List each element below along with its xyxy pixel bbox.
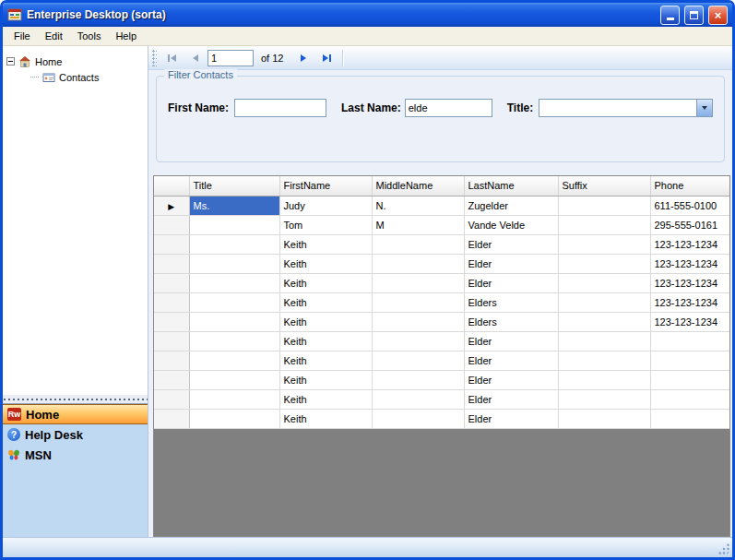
grid-cell[interactable]: Keith — [279, 409, 372, 428]
outlook-item-msn[interactable]: MSN — [3, 445, 148, 465]
grid-cell[interactable] — [189, 273, 279, 292]
column-header-middlename[interactable]: MiddleName — [372, 176, 464, 196]
row-selector[interactable] — [154, 331, 189, 351]
close-button[interactable]: × — [708, 6, 728, 25]
grid-cell[interactable]: Keith — [279, 351, 372, 370]
row-selector[interactable] — [154, 254, 189, 273]
grid-cell[interactable] — [558, 331, 650, 351]
grid-cell[interactable] — [372, 234, 464, 254]
row-selector[interactable] — [154, 351, 189, 370]
grid-cell[interactable] — [189, 292, 279, 312]
grid-cell[interactable] — [189, 254, 279, 273]
menu-file[interactable]: File — [6, 29, 38, 43]
grid-cell[interactable] — [189, 215, 279, 234]
grid-cell[interactable]: 295-555-0161 — [650, 215, 729, 234]
grid-cell[interactable] — [372, 370, 464, 389]
grid-cell[interactable] — [558, 292, 650, 312]
grid-cell[interactable]: Elder — [464, 370, 558, 389]
grid-cell[interactable] — [189, 370, 279, 389]
grid-cell[interactable] — [558, 215, 650, 234]
grid-cell[interactable] — [650, 351, 729, 370]
title-combobox[interactable] — [539, 99, 713, 117]
grid-cell[interactable] — [558, 234, 650, 254]
grid-cell[interactable] — [558, 351, 650, 370]
row-selector[interactable] — [154, 215, 189, 234]
row-selector[interactable] — [154, 409, 189, 428]
menu-help[interactable]: Help — [108, 29, 144, 43]
grid-cell[interactable]: M — [372, 215, 464, 234]
grid-cell[interactable] — [558, 370, 650, 389]
row-selector[interactable] — [154, 312, 189, 331]
outlook-item-home[interactable]: Rw Home — [3, 404, 148, 424]
grid-cell[interactable] — [372, 273, 464, 292]
grid-cell[interactable]: Keith — [279, 234, 372, 254]
first-name-input[interactable] — [234, 99, 326, 117]
row-selector[interactable] — [154, 292, 189, 312]
grid-cell[interactable]: 611-555-0100 — [650, 196, 729, 215]
record-position-input[interactable] — [207, 50, 254, 66]
toolbar-grip[interactable] — [152, 50, 157, 66]
grid-cell[interactable]: Keith — [279, 331, 372, 351]
row-selector[interactable] — [154, 234, 189, 254]
grid-cell[interactable] — [372, 409, 464, 428]
minimize-button[interactable] — [660, 6, 680, 25]
grid-cell[interactable] — [372, 351, 464, 370]
grid-cell[interactable] — [372, 389, 464, 409]
move-previous-button[interactable] — [184, 49, 206, 67]
grid-cell[interactable]: Elder — [464, 409, 558, 428]
grid-cell[interactable]: 123-123-1234 — [650, 234, 729, 254]
outlook-bar-splitter[interactable] — [3, 395, 148, 403]
grid-cell[interactable] — [558, 409, 650, 428]
grid-cell[interactable] — [372, 312, 464, 331]
grid-cell[interactable] — [372, 292, 464, 312]
grid-cell[interactable] — [189, 234, 279, 254]
column-header-title[interactable]: Title — [189, 176, 279, 196]
outlook-item-help-desk[interactable]: ? Help Desk — [3, 424, 148, 445]
grid-cell[interactable]: Elder — [464, 254, 558, 273]
move-next-button[interactable] — [292, 49, 314, 67]
grid-cell[interactable]: Elder — [464, 234, 558, 254]
grid-cell[interactable] — [372, 331, 464, 351]
grid-cell[interactable]: Ms. — [189, 196, 279, 215]
last-name-input[interactable] — [405, 99, 492, 117]
grid-cell[interactable] — [372, 254, 464, 273]
grid-cell[interactable]: N. — [372, 196, 464, 215]
move-first-button[interactable] — [161, 49, 183, 67]
row-selector[interactable]: ▶ — [154, 196, 189, 215]
row-selector[interactable] — [154, 370, 189, 389]
grid-cell[interactable]: 123-123-1234 — [650, 273, 729, 292]
move-last-button[interactable] — [315, 49, 337, 67]
grid-cell[interactable]: Elders — [464, 292, 558, 312]
tree-node-contacts[interactable]: Contacts — [30, 69, 144, 85]
grid-cell[interactable] — [189, 331, 279, 351]
grid-cell[interactable]: Keith — [279, 389, 372, 409]
grid-cell[interactable] — [650, 370, 729, 389]
column-header-firstname[interactable]: FirstName — [279, 176, 372, 196]
grid-cell[interactable]: Zugelder — [464, 196, 558, 215]
grid-cell[interactable]: Judy — [279, 196, 372, 215]
grid-cell[interactable] — [189, 312, 279, 331]
column-header-suffix[interactable]: Suffix — [558, 176, 650, 196]
grid-cell[interactable] — [558, 254, 650, 273]
grid-cell[interactable] — [189, 389, 279, 409]
grid-cell[interactable] — [558, 273, 650, 292]
grid-cell[interactable]: 123-123-1234 — [650, 254, 729, 273]
combobox-dropdown-button[interactable] — [696, 100, 712, 116]
grid-cell[interactable]: Tom — [279, 215, 372, 234]
grid-cell[interactable]: Elders — [464, 312, 558, 331]
grid-cell[interactable]: 123-123-1234 — [650, 312, 729, 331]
grid-cell[interactable]: 123-123-1234 — [650, 292, 729, 312]
grid-cell[interactable]: Elder — [464, 331, 558, 351]
grid-cell[interactable]: Keith — [279, 254, 372, 273]
row-selector[interactable] — [154, 273, 189, 292]
grid-cell[interactable] — [650, 409, 729, 428]
grid-cell[interactable] — [189, 351, 279, 370]
maximize-button[interactable] — [684, 6, 704, 25]
resize-grip-icon[interactable] — [718, 543, 730, 555]
grid-cell[interactable]: Keith — [279, 370, 372, 389]
grid-cell[interactable] — [650, 331, 729, 351]
row-selector-header[interactable] — [154, 176, 189, 196]
grid-cell[interactable] — [558, 312, 650, 331]
column-header-phone[interactable]: Phone — [650, 176, 729, 196]
grid-cell[interactable] — [558, 196, 650, 215]
